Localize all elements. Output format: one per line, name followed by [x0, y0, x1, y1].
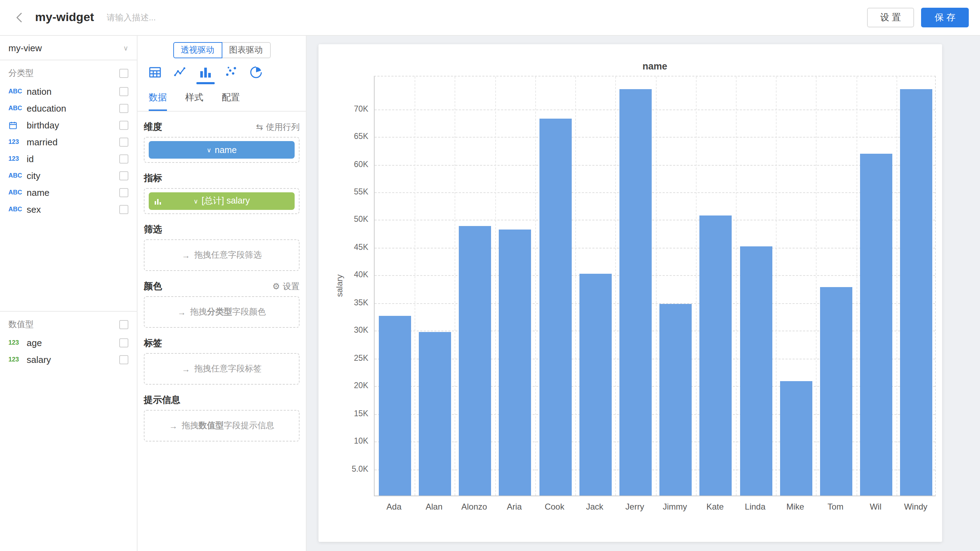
config-panel: 透视驱动 图表驱动: [137, 36, 307, 551]
metric-dropzone[interactable]: ∨ [总计] salary: [144, 188, 299, 214]
color-dropzone[interactable]: → 拖拽分类型字段颜色: [144, 296, 299, 328]
arrow-right-icon: →: [182, 250, 190, 260]
bar-Ada[interactable]: [379, 315, 411, 495]
field-name: salary: [27, 354, 119, 365]
page-title: my-widget: [35, 11, 94, 25]
save-button[interactable]: 保 存: [921, 8, 969, 27]
tab-style[interactable]: 样式: [185, 91, 204, 111]
color-drop-hint: 拖拽分类型字段颜色: [190, 306, 266, 318]
x-tick-label: Ada: [374, 502, 414, 512]
categorical-select-all-checkbox[interactable]: [119, 69, 128, 78]
label-dropzone[interactable]: → 拖拽任意字段标签: [144, 353, 299, 385]
field-education[interactable]: ABCeducation: [0, 100, 137, 116]
x-tick-label: Jerry: [615, 502, 655, 512]
field-nation[interactable]: ABCnation: [0, 83, 137, 100]
gridline-vertical: [415, 76, 415, 495]
bar-Cook[interactable]: [539, 119, 571, 495]
field-birthday[interactable]: birthday: [0, 116, 137, 133]
field-city[interactable]: ABCcity: [0, 167, 137, 184]
bar-Jerry[interactable]: [619, 89, 652, 495]
chart-type-table-icon[interactable]: [147, 65, 163, 84]
filter-drop-hint: 拖拽任意字段筛选: [194, 249, 262, 261]
field-name: sex: [27, 204, 119, 215]
tab-data[interactable]: 数据: [149, 91, 167, 111]
metric-label: 指标: [144, 172, 299, 185]
bar-Aria[interactable]: [499, 229, 531, 495]
back-button[interactable]: [11, 9, 28, 26]
tab-config[interactable]: 配置: [222, 91, 240, 111]
y-tick-label: 55K: [321, 188, 368, 196]
color-label: 颜色: [144, 280, 272, 293]
bar-Mike[interactable]: [780, 381, 812, 495]
field-type-badge: 123: [8, 155, 27, 162]
settings-button[interactable]: 设 置: [867, 8, 915, 27]
field-checkbox[interactable]: [119, 171, 128, 180]
bar-Tom[interactable]: [820, 287, 852, 495]
numeric-select-all-checkbox[interactable]: [119, 320, 128, 329]
chart-pane: name salary 5.0K10K15K20K25K30K35K40K45K…: [307, 36, 980, 551]
tab-pivot-driven[interactable]: 透视驱动: [173, 42, 222, 58]
chart-type-scatter-icon[interactable]: [223, 65, 239, 84]
y-tick-label: 5.0K: [321, 464, 368, 473]
plot-area: [374, 76, 936, 496]
bar-Alan[interactable]: [419, 332, 451, 495]
dimension-pill[interactable]: ∨ name: [149, 141, 294, 159]
bar-Windy[interactable]: [900, 89, 933, 495]
y-tick-label: 40K: [321, 271, 368, 279]
chevron-down-icon[interactable]: ∨: [207, 147, 211, 153]
chevron-down-icon[interactable]: ∨: [194, 197, 198, 205]
bar-Linda[interactable]: [740, 246, 772, 495]
filter-dropzone[interactable]: → 拖拽任意字段筛选: [144, 239, 299, 271]
chart-type-line-icon[interactable]: [173, 65, 188, 84]
field-type-badge: ABC: [8, 88, 27, 95]
chart-type-pie-icon[interactable]: [248, 65, 264, 84]
field-checkbox[interactable]: [119, 104, 128, 113]
field-name[interactable]: ABCname: [0, 184, 137, 201]
field-checkbox[interactable]: [119, 355, 128, 364]
field-name: birthday: [27, 120, 119, 130]
field-id[interactable]: 123id: [0, 150, 137, 167]
x-tick-label: Jack: [574, 502, 614, 512]
chart-card: name salary 5.0K10K15K20K25K30K35K40K45K…: [318, 44, 942, 542]
bar-chart-icon: [154, 197, 162, 205]
bar-Kate[interactable]: [700, 215, 732, 495]
field-sex[interactable]: ABCsex: [0, 201, 137, 218]
field-married[interactable]: 123married: [0, 133, 137, 150]
tooltip-label: 提示信息: [144, 394, 299, 406]
numeric-fields-section: 数值型 123age123salary: [0, 312, 137, 368]
description-input[interactable]: [107, 13, 233, 22]
field-checkbox[interactable]: [119, 205, 128, 214]
metric-header: 指标: [144, 173, 299, 184]
label-label: 标签: [144, 337, 299, 350]
gridline-vertical: [897, 76, 897, 495]
tooltip-drop-hint: 拖拽数值型字段提示信息: [182, 420, 274, 432]
field-age[interactable]: 123age: [0, 334, 137, 351]
field-checkbox[interactable]: [119, 87, 128, 96]
field-name: education: [27, 103, 119, 113]
field-checkbox[interactable]: [119, 338, 128, 347]
tab-chart-driven[interactable]: 图表驱动: [221, 42, 270, 58]
bar-Jack[interactable]: [579, 274, 611, 495]
dimension-dropzone[interactable]: ∨ name: [144, 137, 299, 163]
bar-Jimmy[interactable]: [659, 304, 692, 495]
chart-type-bar-icon[interactable]: [198, 65, 213, 84]
field-checkbox[interactable]: [119, 120, 128, 129]
field-name: city: [27, 170, 119, 181]
field-salary[interactable]: 123salary: [0, 351, 137, 368]
field-checkbox[interactable]: [119, 188, 128, 197]
bar-Alonzo[interactable]: [459, 226, 491, 495]
gridline-vertical: [655, 76, 656, 495]
field-checkbox[interactable]: [119, 137, 128, 147]
color-settings-action[interactable]: ⚙ 设置: [272, 280, 299, 292]
view-selector[interactable]: my-view ∨: [0, 36, 137, 61]
tooltip-dropzone[interactable]: → 拖拽数值型字段提示信息: [144, 410, 299, 441]
use-rows-cols-action[interactable]: ⇆ 使用行列: [256, 121, 299, 133]
bar-Wil[interactable]: [860, 154, 892, 495]
gridline-vertical: [776, 76, 776, 495]
label-header: 标签: [144, 338, 299, 349]
field-checkbox[interactable]: [119, 154, 128, 163]
driver-mode-tabs: 透视驱动 图表驱动: [137, 42, 306, 58]
chevron-left-icon: [13, 11, 26, 24]
metric-pill[interactable]: ∨ [总计] salary: [149, 192, 294, 210]
y-tick-label: 60K: [321, 160, 368, 168]
